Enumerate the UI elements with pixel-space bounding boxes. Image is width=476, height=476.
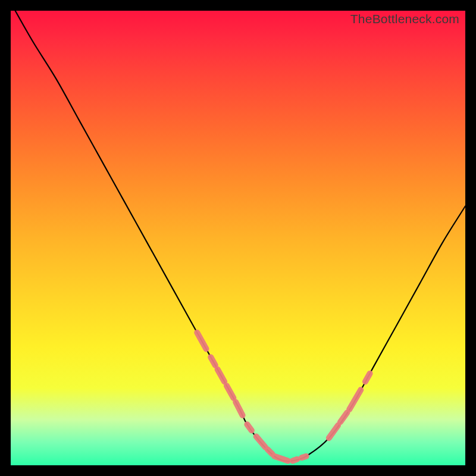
curve-svg bbox=[11, 11, 465, 465]
highlight-segment bbox=[274, 456, 288, 461]
highlight-segment bbox=[256, 437, 265, 447]
chart-frame: TheBottleneck.com bbox=[0, 0, 476, 476]
highlight-segment bbox=[268, 449, 273, 454]
highlight-segment bbox=[211, 357, 215, 365]
highlight-segment bbox=[197, 333, 206, 349]
highlight-segment bbox=[302, 456, 306, 458]
highlight-segment bbox=[227, 386, 234, 398]
highlight-segment bbox=[236, 402, 242, 415]
bottleneck-curve bbox=[15, 11, 465, 461]
highlight-segment bbox=[340, 412, 347, 422]
highlight-segment bbox=[329, 425, 338, 438]
highlight-segment bbox=[293, 459, 298, 461]
highlight-segment bbox=[349, 390, 361, 409]
highlight-segment bbox=[365, 374, 370, 382]
highlight-dots bbox=[197, 333, 369, 461]
highlight-segment bbox=[218, 369, 225, 382]
highlight-segment bbox=[247, 424, 252, 430]
plot-area: TheBottleneck.com bbox=[11, 11, 465, 465]
